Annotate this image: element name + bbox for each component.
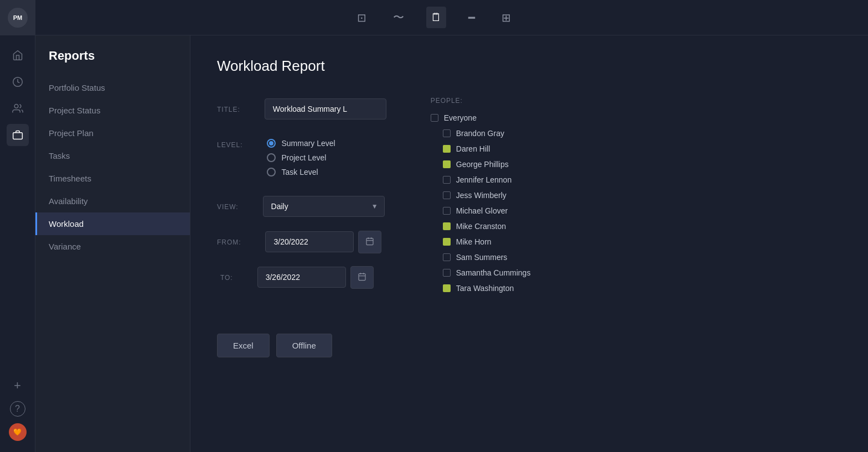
people-brandon-gray-label: Brandon Gray: [456, 129, 504, 138]
chart-icon[interactable]: 〜: [389, 6, 409, 29]
logo-area[interactable]: PM: [0, 0, 35, 35]
people-item-brandon-gray[interactable]: Brandon Gray: [431, 129, 531, 138]
people-jess-wimberly-label: Jess Wimberly: [456, 191, 507, 200]
sidebar-item-variance[interactable]: Variance: [35, 235, 190, 258]
people-item-michael-glover[interactable]: Michael Glover: [431, 206, 531, 215]
nav-plus-icon[interactable]: +: [7, 375, 29, 397]
checkbox-samantha-cummings[interactable]: [443, 269, 451, 277]
people-sam-summers-label: Sam Summers: [456, 253, 508, 262]
clipboard-icon[interactable]: 🗒: [426, 7, 446, 28]
level-summary-label: Summary Level: [281, 139, 335, 148]
radio-project-circle: [267, 153, 276, 162]
people-michael-glover-label: Michael Glover: [456, 206, 508, 215]
from-calendar-button[interactable]: [358, 231, 381, 253]
nav-briefcase-icon[interactable]: [7, 124, 29, 146]
level-summary[interactable]: Summary Level: [267, 139, 335, 148]
main-layout: + ? 🧡 Reports Portfolio Status Project S…: [0, 35, 868, 452]
checkbox-everyone[interactable]: [431, 114, 438, 122]
level-project[interactable]: Project Level: [267, 153, 335, 162]
sidebar-item-project-plan[interactable]: Project Plan: [35, 122, 190, 144]
left-nav: + ? 🧡: [0, 35, 35, 452]
people-item-george-phillips[interactable]: George Phillips: [431, 160, 531, 169]
people-item-samantha-cummings[interactable]: Samantha Cummings: [431, 268, 531, 277]
radio-summary-circle: [267, 139, 276, 148]
checkbox-michael-glover[interactable]: [443, 207, 451, 215]
checkbox-mike-cranston[interactable]: [443, 222, 451, 230]
checkbox-sam-summers[interactable]: [443, 253, 451, 261]
view-select[interactable]: Daily Weekly Monthly: [263, 196, 385, 217]
people-tara-washington-label: Tara Washington: [456, 284, 514, 293]
checkbox-mike-horn[interactable]: [443, 238, 451, 246]
svg-point-1: [14, 105, 18, 108]
nav-avatar[interactable]: 🧡: [7, 421, 29, 443]
nav-clock-icon[interactable]: [7, 71, 29, 93]
checkbox-brandon-gray[interactable]: [443, 129, 451, 137]
view-label: VIEW:: [217, 194, 252, 219]
svg-rect-2: [13, 133, 22, 139]
people-list: Everyone Brandon Gray Daren Hill: [431, 113, 531, 293]
sidebar: Reports Portfolio Status Project Status …: [35, 35, 190, 452]
title-input[interactable]: [265, 98, 386, 120]
people-item-sam-summers[interactable]: Sam Summers: [431, 253, 531, 262]
sidebar-item-timesheets[interactable]: Timesheets: [35, 167, 190, 190]
level-project-label: Project Level: [281, 153, 326, 162]
from-label: FROM:: [217, 230, 254, 254]
from-date-input[interactable]: [265, 231, 354, 252]
checkbox-jennifer-lennon[interactable]: [443, 176, 451, 184]
people-item-tara-washington[interactable]: Tara Washington: [431, 284, 531, 293]
sidebar-item-project-status[interactable]: Project Status: [35, 99, 190, 122]
button-row: Excel Offline: [217, 334, 841, 357]
to-calendar-button[interactable]: [350, 266, 374, 289]
people-item-everyone[interactable]: Everyone: [431, 113, 531, 122]
people-mike-cranston-label: Mike Cranston: [456, 222, 506, 231]
people-item-daren-hill[interactable]: Daren Hill: [431, 144, 531, 153]
people-samantha-cummings-label: Samantha Cummings: [456, 268, 531, 277]
level-task[interactable]: Task Level: [267, 168, 335, 176]
sidebar-item-workload[interactable]: Workload: [35, 212, 190, 235]
people-jennifer-lennon-label: Jennifer Lennon: [456, 175, 512, 184]
checkbox-jess-wimberly[interactable]: [443, 191, 451, 199]
people-item-mike-horn[interactable]: Mike Horn: [431, 237, 531, 246]
checkbox-daren-hill[interactable]: [443, 145, 451, 153]
people-daren-hill-label: Daren Hill: [456, 144, 490, 153]
logo-circle: PM: [8, 8, 28, 28]
sidebar-item-tasks[interactable]: Tasks: [35, 144, 190, 167]
view-select-wrapper: Daily Weekly Monthly ▼: [263, 196, 385, 217]
page-title: Workload Report: [217, 58, 841, 75]
to-date-row: [257, 266, 374, 289]
top-bar-icons: ⊡ 〜 🗒 ━ ⊞: [353, 6, 515, 29]
sidebar-title: Reports: [35, 49, 190, 76]
excel-button[interactable]: Excel: [217, 334, 270, 357]
sidebar-item-portfolio-status[interactable]: Portfolio Status: [35, 76, 190, 99]
sidebar-item-availability[interactable]: Availability: [35, 190, 190, 212]
user-avatar: 🧡: [9, 423, 27, 441]
to-date-input[interactable]: [257, 267, 346, 288]
checkbox-george-phillips[interactable]: [443, 160, 451, 168]
nav-home-icon[interactable]: [7, 44, 29, 66]
people-mike-horn-label: Mike Horn: [456, 237, 492, 246]
checkbox-tara-washington[interactable]: [443, 284, 451, 292]
level-label: LEVEL:: [217, 132, 256, 157]
nav-bottom: + ? 🧡: [7, 375, 29, 452]
svg-rect-7: [359, 273, 365, 280]
people-item-mike-cranston[interactable]: Mike Cranston: [431, 222, 531, 231]
people-item-jess-wimberly[interactable]: Jess Wimberly: [431, 191, 531, 200]
from-date-row: [265, 231, 381, 253]
level-task-label: Task Level: [281, 168, 318, 176]
svg-rect-3: [366, 238, 373, 245]
offline-button[interactable]: Offline: [276, 334, 332, 357]
people-item-jennifer-lennon[interactable]: Jennifer Lennon: [431, 175, 531, 184]
form-section: TITLE: LEVEL: Summary Level Project Leve…: [217, 97, 386, 300]
people-section: PEOPLE: Everyone Brandon Gray: [431, 97, 531, 300]
radio-task-circle: [267, 168, 276, 176]
nav-help-icon[interactable]: ?: [10, 401, 25, 417]
top-bar: PM ⊡ 〜 🗒 ━ ⊞: [0, 0, 868, 35]
level-radio-group: Summary Level Project Level Task Level: [267, 132, 335, 183]
minus-icon[interactable]: ━: [464, 7, 479, 29]
scan-icon[interactable]: ⊡: [353, 7, 371, 29]
layers-icon[interactable]: ⊞: [497, 7, 515, 29]
nav-people-icon[interactable]: [7, 97, 29, 120]
to-label: TO:: [217, 265, 246, 289]
people-label: PEOPLE:: [431, 97, 531, 105]
people-george-phillips-label: George Phillips: [456, 160, 509, 169]
